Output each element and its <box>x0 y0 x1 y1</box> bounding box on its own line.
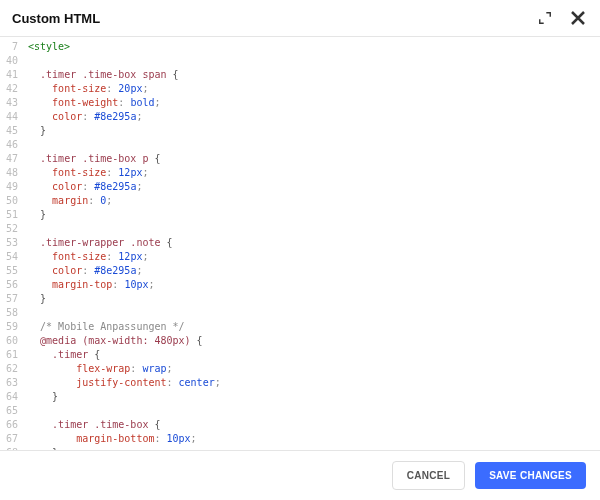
close-icon[interactable] <box>568 8 588 28</box>
line-numbers: 7404142434445464748495051525354555657585… <box>0 37 24 451</box>
save-button[interactable]: SAVE CHANGES <box>475 462 586 489</box>
modal-title: Custom HTML <box>12 11 100 26</box>
expand-icon[interactable] <box>536 9 554 27</box>
modal-header: Custom HTML <box>0 0 600 37</box>
header-actions <box>536 8 588 28</box>
cancel-button[interactable]: CANCEL <box>392 461 465 490</box>
modal-footer: CANCEL SAVE CHANGES <box>0 451 600 500</box>
code-editor[interactable]: 7404142434445464748495051525354555657585… <box>0 37 600 451</box>
code-content[interactable]: <style> .timer .time-box span { font-siz… <box>24 37 600 451</box>
